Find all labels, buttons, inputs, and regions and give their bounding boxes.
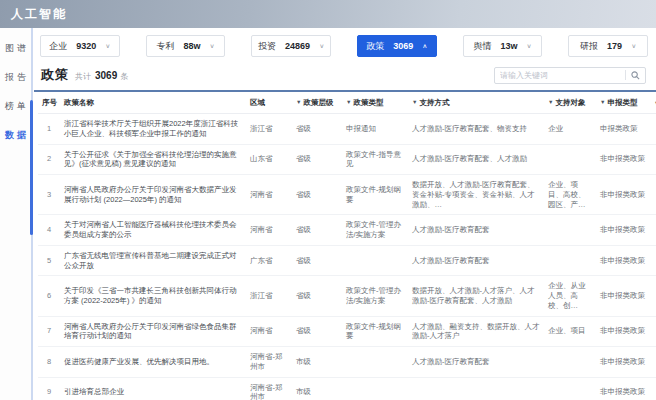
filter-chip-count: 9320 — [76, 41, 96, 51]
main-content: 企业9320∨专利88w∨投资24869∨政策3069∧舆情13w∨研报179∨… — [34, 28, 656, 400]
filter-funnel-icon[interactable]: ▼ — [296, 99, 301, 105]
caret-down-icon: ∨ — [631, 43, 636, 50]
cell-apply: 非申报类政策 — [596, 377, 650, 400]
cell-apply: 非申报类政策 — [596, 347, 650, 378]
filter-funnel-icon[interactable]: ▼ — [600, 99, 605, 105]
filter-funnel-icon[interactable]: ▼ — [548, 99, 553, 105]
cell-target: 企业、从业人员、高校、创… — [544, 276, 596, 316]
cell-support — [408, 377, 544, 400]
sidebar-item-report[interactable]: 报告 — [0, 63, 31, 92]
column-label: 政策名称 — [64, 98, 94, 107]
search-icon[interactable] — [631, 71, 640, 80]
filter-chip-patent[interactable]: 专利88w∨ — [146, 35, 226, 57]
scrollbar-thumb[interactable] — [30, 100, 33, 235]
cell-type: 申报通知 — [342, 114, 408, 145]
table-row[interactable]: 5广东省无线电管理宣传科普基地二期建设完成正式对公众开放广东省省级人才激励-医疗… — [38, 245, 656, 276]
cell-apply: 非申报类政策 — [596, 245, 650, 276]
cell-support: 人才激励-医疗教育配套、物资支持 — [408, 114, 544, 145]
cell-support: 人才激励-医疗教育配套 — [408, 245, 544, 276]
column-label: 区域 — [250, 98, 265, 107]
cell-type — [342, 347, 408, 378]
cell-level: 省级 — [292, 144, 342, 175]
column-label: 政策类型 — [353, 98, 383, 107]
cell-target — [544, 245, 596, 276]
cell-name: 河南省人民政府办公厅关于印发河南省大数据产业发展行动计划 (2022—2025年… — [60, 175, 246, 215]
filter-chip-count: 13w — [500, 41, 517, 51]
cell-apply: 申报类政策 — [596, 114, 650, 145]
table-row[interactable]: 6关于印发《三省一市共建长三角科技创新共同体行动方案 (2022-2025年) … — [38, 276, 656, 316]
total-prefix: 共计 — [75, 71, 91, 82]
total-suffix: 条 — [120, 71, 128, 82]
table-row[interactable]: 4关于对河南省人工智能医疗器械科技伦理技术委员会委员组成方案的公示河南省省级政策… — [38, 215, 656, 246]
cell-target — [544, 377, 596, 400]
app-root: 人工智能 图谱报告榜单数据 企业9320∨专利88w∨投资24869∨政策306… — [0, 0, 656, 400]
cell-apply: 非申报类政策 — [596, 175, 650, 215]
column-label: 支持对象 — [555, 98, 585, 107]
table-row[interactable]: 2关于公开征求《关于加强全省科技伦理治理的实施意见》(征求意见稿) 意见建议的通… — [38, 144, 656, 175]
cell-region: 河南省 — [246, 215, 292, 246]
cell-support: 人才激励-医疗教育配套 — [408, 347, 544, 378]
column-label: 申报类型 — [607, 98, 637, 107]
filter-funnel-icon[interactable]: ▼ — [346, 99, 351, 105]
cell-name: 广东省无线电管理宣传科普基地二期建设完成正式对公众开放 — [60, 245, 246, 276]
sidebar-item-data[interactable]: 数据 — [0, 121, 31, 150]
cell-name: 浙江省科学技术厅关于组织开展2022年度浙江省科技小巨人企业、科技领军企业申报工… — [60, 114, 246, 145]
search-box — [494, 67, 646, 84]
table-body: 1浙江省科学技术厅关于组织开展2022年度浙江省科技小巨人企业、科技领军企业申报… — [38, 114, 656, 400]
cell-no: 7 — [38, 316, 60, 347]
cell-level: 市级 — [292, 377, 342, 400]
cell-no: 3 — [38, 175, 60, 215]
filter-chip-research[interactable]: 研报179∨ — [568, 35, 648, 57]
cell-region: 浙江省 — [246, 276, 292, 316]
cell-type: 政策文件-管理办法/实施方案 — [342, 215, 408, 246]
cell-trailing — [650, 175, 656, 215]
app-header: 人工智能 — [0, 0, 656, 28]
cell-trailing — [650, 245, 656, 276]
table-row[interactable]: 1浙江省科学技术厅关于组织开展2022年度浙江省科技小巨人企业、科技领军企业申报… — [38, 114, 656, 145]
cell-no: 8 — [38, 347, 60, 378]
cell-apply: 非申报类政策 — [596, 144, 650, 175]
table-row[interactable]: 7河南省人民政府办公厅关于印发河南省绿色食品集群培育行动计划的通知河南省省级政策… — [38, 316, 656, 347]
cell-trailing — [650, 377, 656, 400]
sidebar-item-ranking[interactable]: 榜单 — [0, 92, 31, 121]
cell-target: 企业、项目、高校、园区、产… — [544, 175, 596, 215]
sidebar-item-graph[interactable]: 图谱 — [0, 34, 31, 63]
column-header-no: 序号 — [38, 92, 60, 114]
cell-target — [544, 144, 596, 175]
cell-trailing — [650, 114, 656, 145]
sidebar: 图谱报告榜单数据 — [0, 28, 31, 400]
filter-funnel-icon[interactable]: ▼ — [412, 99, 417, 105]
filter-chip-enterprise[interactable]: 企业9320∨ — [40, 35, 120, 57]
column-header-support: ▼支持方式 — [408, 92, 544, 114]
table-row[interactable]: 3河南省人民政府办公厅关于印发河南省大数据产业发展行动计划 (2022—2025… — [38, 175, 656, 215]
cell-type — [342, 377, 408, 400]
filter-chip-count: 179 — [607, 41, 622, 51]
cell-trailing — [650, 276, 656, 316]
table-row[interactable]: 9引进培育总部企业河南省-郑州市市级非申报类政策 — [38, 377, 656, 400]
search-input[interactable] — [500, 71, 620, 80]
cell-region: 河南省 — [246, 175, 292, 215]
filter-chip-label: 投资 — [258, 40, 276, 53]
cell-level: 省级 — [292, 215, 342, 246]
column-label: 支持方式 — [419, 98, 449, 107]
cell-region: 山东省 — [246, 144, 292, 175]
cell-support: 人才激励-医疗教育配套、人才激励 — [408, 144, 544, 175]
cell-no: 5 — [38, 245, 60, 276]
cell-support: 人才激励-医疗教育配套 — [408, 215, 544, 246]
filter-chip-sentiment[interactable]: 舆情13w∨ — [463, 35, 543, 57]
cell-trailing — [650, 144, 656, 175]
search-divider — [625, 70, 626, 80]
caret-up-icon: ∧ — [422, 43, 427, 50]
filter-chip-policy[interactable]: 政策3069∧ — [357, 35, 437, 57]
table-row[interactable]: 8促进医药健康产业发展、优先解决项目用地。河南省-郑州市市级人才激励-医疗教育配… — [38, 347, 656, 378]
filter-chip-investment[interactable]: 投资24869∨ — [251, 35, 331, 57]
cell-region: 河南省-郑州市 — [246, 347, 292, 378]
panel-header: 政策 共计 3069 条 — [34, 63, 656, 92]
cell-trailing — [650, 316, 656, 347]
cell-support: 数据开放、人才激励-人才落户、人才激励-医疗教育配套、人才激励 — [408, 276, 544, 316]
filter-chip-label: 企业 — [49, 40, 67, 53]
cell-no: 6 — [38, 276, 60, 316]
column-header-extra: ▼ — [650, 92, 656, 114]
cell-apply: 非申报类政策 — [596, 276, 650, 316]
filter-chip-label: 政策 — [366, 40, 384, 53]
